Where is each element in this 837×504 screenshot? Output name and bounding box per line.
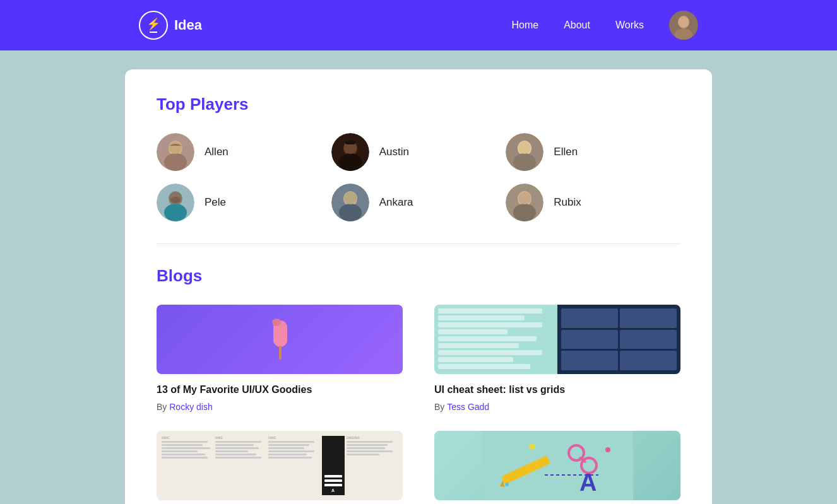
player-name-ellen: Ellen — [554, 146, 578, 158]
svg-rect-12 — [345, 141, 355, 144]
player-name-ankara: Ankara — [379, 196, 413, 209]
svg-point-41 — [605, 447, 610, 452]
blog-title-popsicle: 13 of My Favorite UI/UX Goodies — [157, 383, 403, 397]
svg-point-10 — [339, 153, 362, 171]
nav-links: Home About Works — [511, 11, 698, 40]
player-ankara[interactable]: Ankara — [331, 184, 506, 221]
typo-col-3: ORIC — [268, 436, 320, 495]
player-austin[interactable]: Austin — [331, 133, 506, 171]
svg-point-7 — [169, 141, 182, 154]
svg-point-42 — [505, 483, 509, 486]
avatar-image — [669, 11, 698, 40]
svg-point-15 — [513, 153, 536, 171]
svg-text:A: A — [579, 469, 597, 496]
player-avatar-pele — [157, 184, 194, 221]
svg-rect-33 — [482, 431, 633, 500]
player-avatar-rubix — [506, 184, 543, 221]
logo-underline — [150, 32, 157, 33]
player-allen[interactable]: Allen — [157, 133, 331, 171]
player-name-austin: Austin — [379, 146, 409, 158]
blogs-title: Blogs — [157, 266, 680, 286]
nav-about[interactable]: About — [564, 20, 590, 31]
player-rubix[interactable]: Rubix — [506, 184, 680, 221]
svg-point-40 — [529, 443, 535, 450]
blog-listgrid[interactable]: UI cheat sheet: list vs grids By Tess Ga… — [434, 305, 680, 412]
svg-point-19 — [164, 204, 187, 221]
listgrid-left — [434, 305, 557, 374]
typo-col-1: ORIC — [162, 436, 213, 495]
blog-typography[interactable]: ORIC ORIC — [157, 431, 403, 504]
svg-point-29 — [518, 192, 531, 204]
svg-rect-31 — [279, 346, 282, 360]
player-ellen[interactable]: Ellen — [506, 133, 680, 171]
svg-point-3 — [679, 17, 689, 27]
svg-point-28 — [513, 204, 536, 221]
blog-logo[interactable]: A Your logo is copied By Alen Walker — [434, 431, 680, 504]
blog-by-listgrid: By Tess Gadd — [434, 402, 680, 412]
blog-title-listgrid: UI cheat sheet: list vs grids — [434, 383, 680, 397]
player-name-pele: Pele — [205, 196, 226, 209]
nav-home[interactable]: Home — [511, 20, 538, 31]
player-avatar-austin — [331, 133, 369, 171]
typo-col-orig: ORIGINA — [347, 436, 398, 495]
section-divider — [157, 243, 680, 244]
blogs-grid: 13 of My Favorite UI/UX Goodies By Rocky… — [157, 305, 680, 504]
typo-col-2: ORIC — [215, 436, 267, 495]
player-avatar-ankara — [331, 184, 369, 221]
svg-point-24 — [339, 204, 362, 221]
typo-black-col: A — [322, 436, 345, 495]
brand[interactable]: ⚡ Idea — [139, 11, 202, 40]
svg-point-25 — [344, 192, 357, 204]
user-avatar[interactable] — [669, 11, 698, 40]
nav-works[interactable]: Works — [615, 20, 644, 31]
blog-thumb-logo: A — [434, 431, 680, 500]
player-avatar-allen — [157, 133, 194, 171]
player-avatar-ellen — [506, 133, 543, 171]
blogs-section: Blogs 13 of My Favorite UI/UX Goodies — [157, 266, 680, 504]
blog-thumb-listgrid — [434, 305, 680, 374]
blog-author-listgrid[interactable]: Tess Gadd — [447, 402, 489, 412]
logo-icon: ⚡ — [139, 11, 168, 40]
brand-title: Idea — [174, 17, 202, 33]
blog-thumb-typography: ORIC ORIC — [157, 431, 403, 500]
blog-info-popsicle: 13 of My Favorite UI/UX Goodies By Rocky… — [157, 383, 403, 412]
svg-point-21 — [170, 197, 181, 203]
top-players-section: Top Players Allen — [157, 95, 680, 221]
blog-by-popsicle: By Rocky dish — [157, 402, 403, 412]
player-name-rubix: Rubix — [554, 196, 581, 209]
blog-thumb-popsicle — [157, 305, 403, 374]
lightning-icon: ⚡ — [146, 18, 160, 30]
player-name-allen: Allen — [205, 146, 229, 158]
blog-popsicle[interactable]: 13 of My Favorite UI/UX Goodies By Rocky… — [157, 305, 403, 412]
svg-point-32 — [272, 319, 281, 326]
player-pele[interactable]: Pele — [157, 184, 331, 221]
navbar: ⚡ Idea Home About Works — [0, 0, 837, 50]
svg-point-16 — [518, 141, 531, 154]
blog-info-listgrid: UI cheat sheet: list vs grids By Tess Ga… — [434, 383, 680, 412]
top-players-title: Top Players — [157, 95, 680, 114]
listgrid-right — [557, 305, 680, 374]
players-grid: Allen Austin — [157, 133, 680, 221]
blog-author-popsicle[interactable]: Rocky dish — [169, 402, 212, 412]
main-content: Top Players Allen — [125, 69, 712, 504]
svg-point-6 — [164, 153, 187, 171]
